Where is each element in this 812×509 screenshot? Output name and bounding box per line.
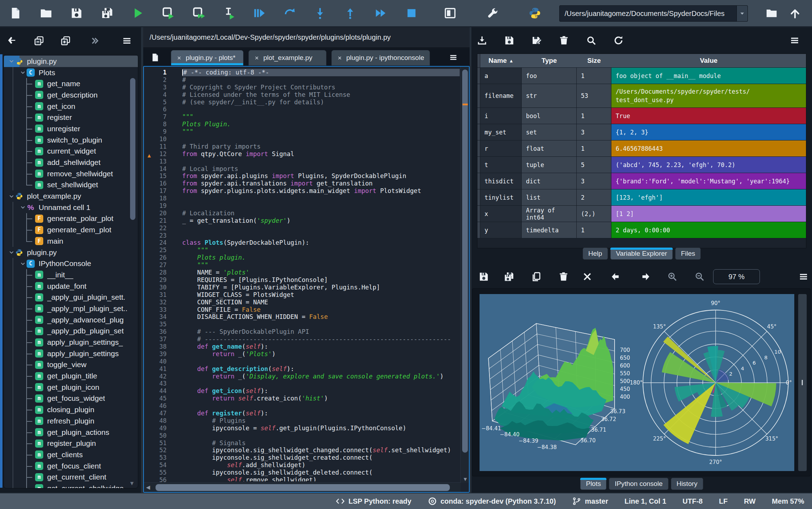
remove-variable-button[interactable] bbox=[555, 32, 573, 49]
editor-tab[interactable]: plugin.py - ipythonconsole bbox=[331, 50, 430, 66]
outline-item[interactable]: mset_shellwidget bbox=[4, 179, 138, 191]
outline-item[interactable]: madd_shellwidget bbox=[4, 157, 138, 168]
open-file-button[interactable] bbox=[37, 4, 55, 22]
outline-item[interactable]: plugin.py bbox=[4, 56, 138, 67]
search-variable-button[interactable] bbox=[582, 32, 600, 49]
chevron-down-icon[interactable] bbox=[737, 6, 747, 21]
browse-directory-button[interactable] bbox=[763, 4, 780, 22]
scroll-left-icon[interactable]: ◀ bbox=[146, 484, 150, 491]
python-path-manager-button[interactable] bbox=[526, 4, 544, 22]
step-return-button[interactable] bbox=[341, 4, 359, 22]
outline-item[interactable]: mget_focus_widget bbox=[4, 393, 138, 404]
save-data-button[interactable] bbox=[500, 32, 518, 49]
run-cell-advance-button[interactable] bbox=[190, 4, 208, 22]
variable-explorer-table[interactable]: Name ▲TypeSizeValueafoo1foo object of __… bbox=[477, 54, 806, 248]
outline-item[interactable]: mget_name bbox=[4, 78, 138, 89]
code-text[interactable]: # -*- coding: utf-8 -*-## Copyright © Sp… bbox=[182, 69, 460, 481]
variable-row[interactable]: thisdictdict3{'brand':'Ford', 'model':'M… bbox=[477, 173, 806, 189]
outline-item[interactable]: mapply_plugin_settings bbox=[4, 348, 138, 359]
outline-item[interactable]: mget_plugin_actions bbox=[4, 427, 138, 438]
outline-item[interactable]: mget_description bbox=[4, 89, 138, 101]
close-icon[interactable] bbox=[254, 55, 259, 61]
outline-item[interactable]: m_apply_advanced_plug bbox=[4, 314, 138, 326]
step-into-button[interactable] bbox=[311, 4, 329, 22]
code-editor[interactable]: 1234567891011121314151617181920212223242… bbox=[143, 66, 470, 493]
previous-plot-button[interactable] bbox=[607, 268, 625, 286]
variable-row[interactable]: xArray of int64(2,)[1 2] bbox=[477, 206, 806, 222]
outline-item[interactable]: mget_plugin_icon bbox=[4, 382, 138, 393]
outline-item[interactable]: mregister_plugin bbox=[4, 438, 138, 449]
editor-tab[interactable]: plugin.py - plots* bbox=[171, 50, 243, 66]
save-all-button[interactable] bbox=[98, 4, 116, 22]
editor-vertical-scrollbar[interactable]: ▼ bbox=[460, 67, 469, 483]
debug-button[interactable] bbox=[250, 4, 268, 22]
editor-tab[interactable]: plot_example.py bbox=[248, 50, 326, 66]
outline-item[interactable]: mswitch_to_plugin bbox=[4, 134, 138, 146]
scrollbar-thumb[interactable] bbox=[462, 70, 468, 453]
run-current-line-button[interactable] bbox=[281, 4, 298, 22]
column-header-name[interactable]: Name ▲ bbox=[480, 54, 522, 67]
outline-item[interactable]: m_apply_pdb_plugin_set bbox=[4, 326, 138, 337]
run-button[interactable] bbox=[129, 4, 147, 22]
collapse-all-button[interactable] bbox=[30, 32, 48, 50]
outline-item[interactable]: %Unnamed cell 1 bbox=[4, 202, 138, 213]
save-plot-button[interactable] bbox=[475, 268, 493, 286]
go-to-cursor-button[interactable] bbox=[3, 32, 21, 50]
more-options-button[interactable] bbox=[86, 32, 104, 50]
tab-ipython-console[interactable]: IPython console bbox=[609, 478, 668, 490]
outline-item[interactable]: munregister bbox=[4, 123, 138, 134]
parent-directory-button[interactable] bbox=[786, 4, 804, 22]
save-data-as-button[interactable] bbox=[528, 32, 545, 49]
variable-row[interactable]: filenamestr53/Users/Documents/spyder/spy… bbox=[477, 84, 806, 108]
tab-help[interactable]: Help bbox=[583, 248, 608, 260]
options-menu-button[interactable] bbox=[786, 32, 803, 49]
outline-item[interactable]: mregister bbox=[4, 112, 138, 123]
tabs-menu-button[interactable] bbox=[444, 49, 462, 66]
outline-item[interactable]: m__init__ bbox=[4, 269, 138, 281]
outline-item[interactable]: mget_clients bbox=[4, 449, 138, 460]
outline-item[interactable]: mapply_plugin_settings_ bbox=[4, 337, 138, 348]
outline-item[interactable]: mupdate_font bbox=[4, 281, 138, 292]
outline-tree[interactable]: plugin.pyCPlotsmget_namemget_description… bbox=[4, 54, 138, 488]
tree-scrollbar[interactable] bbox=[130, 78, 135, 220]
import-data-button[interactable] bbox=[473, 32, 491, 49]
continue-button[interactable] bbox=[372, 4, 390, 22]
zoom-in-button[interactable] bbox=[663, 268, 681, 286]
outline-item[interactable]: mget_icon bbox=[4, 101, 138, 112]
outline-item[interactable]: mrefresh_plugin bbox=[4, 415, 138, 427]
variable-row[interactable]: rfloat16.46567886443 bbox=[477, 140, 806, 157]
options-menu-button[interactable] bbox=[795, 268, 812, 286]
zoom-level[interactable]: 97 % bbox=[713, 269, 760, 284]
remove-all-plots-button[interactable] bbox=[578, 268, 596, 286]
close-icon[interactable] bbox=[177, 55, 182, 61]
zoom-out-button[interactable] bbox=[691, 268, 709, 286]
tab-files[interactable]: Files bbox=[675, 248, 701, 260]
outline-item[interactable]: Fgenerate_polar_plot bbox=[4, 213, 138, 225]
outline-item[interactable]: mget_current_shellwidge bbox=[4, 483, 138, 488]
run-cell-button[interactable] bbox=[159, 4, 177, 22]
outline-item[interactable]: mcurrent_widget bbox=[4, 146, 138, 157]
refresh-variables-button[interactable] bbox=[610, 32, 627, 49]
outline-item[interactable]: m_apply_gui_plugin_sett. bbox=[4, 292, 138, 303]
save-button[interactable] bbox=[68, 4, 85, 22]
scroll-down-icon[interactable]: ▼ bbox=[129, 480, 135, 487]
file-switcher-button[interactable] bbox=[146, 49, 164, 66]
scrollbar-thumb[interactable] bbox=[155, 484, 450, 491]
variable-row[interactable]: afoo1foo object of __main__ module bbox=[477, 68, 806, 84]
variable-row[interactable]: ibool1True bbox=[477, 108, 806, 124]
close-icon[interactable] bbox=[337, 55, 342, 61]
outline-item[interactable]: mget_focus_client bbox=[4, 460, 138, 472]
outline-item[interactable]: mtoggle_view bbox=[4, 359, 138, 371]
variable-row[interactable]: my_setset3{1, 2, 3} bbox=[477, 124, 806, 140]
column-header-value[interactable]: Value bbox=[611, 54, 806, 67]
variable-row[interactable]: ttuple5('abcd', 745, 2.23, 'efgh', 70.2) bbox=[477, 157, 806, 173]
run-selection-button[interactable] bbox=[220, 4, 238, 22]
outline-item[interactable]: m_apply_mpl_plugin_set.. bbox=[4, 303, 138, 314]
outline-item[interactable]: CPlots bbox=[4, 67, 138, 78]
preferences-button[interactable] bbox=[484, 4, 502, 22]
tab-variable-explorer[interactable]: Variable Explorer bbox=[610, 248, 673, 260]
variable-row[interactable]: ytimedelta12 days, 0:00:00 bbox=[477, 222, 806, 238]
scroll-down-icon[interactable]: ▼ bbox=[463, 476, 468, 482]
column-header-size[interactable]: Size bbox=[577, 54, 611, 67]
table-header[interactable]: Name ▲TypeSizeValue bbox=[477, 54, 806, 68]
